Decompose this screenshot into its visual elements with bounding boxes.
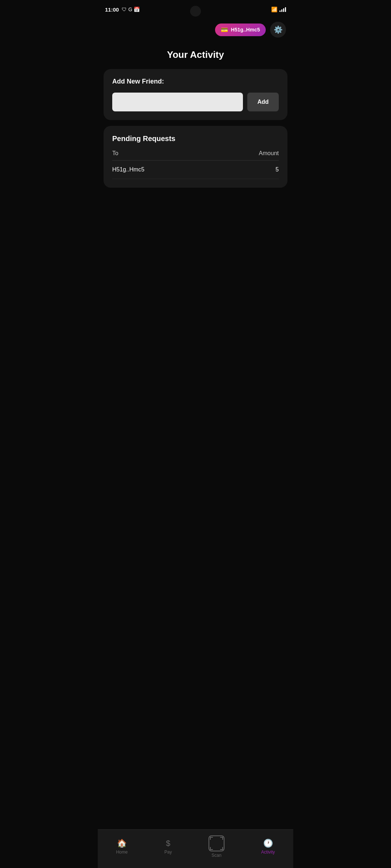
top-bar: 💳 H51g..Hmc5 ⚙️	[98, 17, 293, 42]
scan-corner-br	[220, 847, 223, 850]
nav-pay[interactable]: $ Pay	[159, 837, 178, 856]
status-bar-left: 11:00 🛡 G 📅	[105, 7, 140, 13]
settings-button[interactable]: ⚙️	[270, 22, 286, 38]
nav-scan-label: Scan	[211, 853, 221, 858]
table-header: To Amount	[112, 150, 279, 161]
bottom-nav: 🏠 Home $ Pay Scan 🕐 Activity	[98, 829, 293, 868]
add-friend-button[interactable]: Add	[247, 93, 279, 111]
signal-bar-2	[281, 9, 282, 12]
nav-pay-label: Pay	[164, 850, 172, 855]
status-time: 11:00	[105, 7, 119, 13]
row-amount: 5	[276, 166, 279, 173]
calendar-icon: 📅	[134, 7, 140, 12]
friend-input[interactable]	[112, 93, 243, 111]
scan-corner-tl	[210, 837, 213, 840]
wallet-badge[interactable]: 💳 H51g..Hmc5	[215, 24, 266, 36]
wifi-icon: 📶	[271, 7, 277, 12]
signal-bars	[279, 7, 286, 12]
add-friend-card: Add New Friend: Add	[104, 69, 287, 120]
pay-icon: $	[166, 839, 170, 848]
home-icon: 🏠	[117, 839, 127, 848]
col-header-amount: Amount	[259, 150, 279, 157]
nav-scan[interactable]: Scan	[203, 834, 230, 859]
nav-activity-label: Activity	[261, 850, 275, 855]
table-row: H51g..Hmc5 5	[112, 161, 279, 179]
pending-requests-title: Pending Requests	[112, 135, 279, 143]
pending-requests-card: Pending Requests To Amount H51g..Hmc5 5	[104, 126, 287, 188]
activity-icon: 🕐	[263, 839, 273, 848]
google-icon: G	[128, 7, 132, 12]
status-bar-right: 📶	[271, 7, 286, 12]
camera-dot	[190, 6, 201, 17]
wallet-icon: 💳	[221, 26, 228, 33]
add-friend-title: Add New Friend:	[112, 78, 279, 85]
status-bar: 11:00 🛡 G 📅 📶	[98, 0, 293, 17]
signal-bar-1	[279, 10, 281, 12]
add-friend-row: Add	[112, 93, 279, 111]
gear-icon: ⚙️	[274, 25, 283, 34]
wallet-address: H51g..Hmc5	[231, 27, 260, 33]
nav-home[interactable]: 🏠 Home	[110, 837, 134, 856]
nav-home-label: Home	[116, 850, 128, 855]
row-to: H51g..Hmc5	[112, 166, 144, 173]
col-header-to: To	[112, 150, 118, 157]
scan-icon-box	[209, 835, 224, 851]
signal-bar-3	[283, 8, 284, 12]
shield-icon: 🛡	[122, 7, 127, 12]
nav-activity[interactable]: 🕐 Activity	[255, 837, 281, 856]
signal-bar-4	[285, 7, 286, 12]
scan-corner-tr	[220, 837, 223, 840]
status-icons: 🛡 G 📅	[122, 7, 140, 12]
scan-corner-bl	[210, 847, 213, 850]
page-title: Your Activity	[98, 42, 293, 69]
